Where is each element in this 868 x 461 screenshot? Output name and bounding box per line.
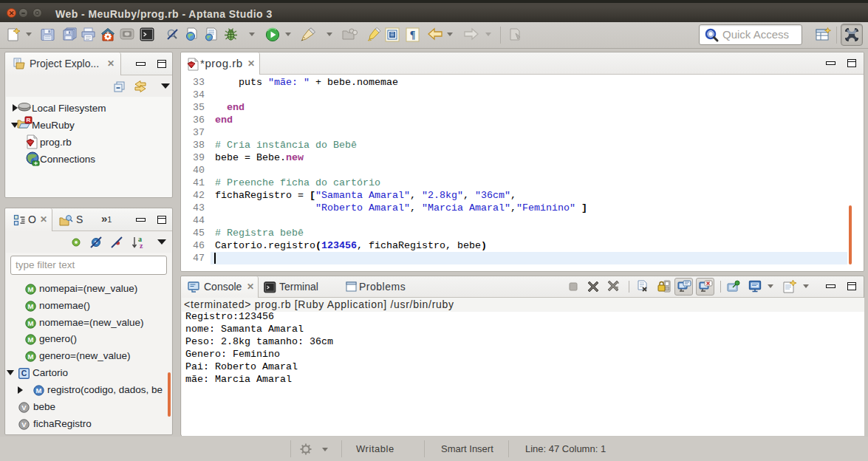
svg-text:C: C xyxy=(21,369,27,378)
svg-text:R: R xyxy=(27,117,31,123)
svg-text:V: V xyxy=(21,403,27,412)
svg-text:M: M xyxy=(28,319,34,327)
svg-text:M: M xyxy=(36,386,42,395)
svg-text:M: M xyxy=(28,285,34,293)
svg-text:M: M xyxy=(28,302,34,310)
svg-text:V: V xyxy=(21,420,27,428)
svg-text:z: z xyxy=(140,242,143,250)
svg-text:M: M xyxy=(28,352,34,361)
svg-text:M: M xyxy=(28,335,34,344)
svg-text:¶: ¶ xyxy=(410,30,416,41)
